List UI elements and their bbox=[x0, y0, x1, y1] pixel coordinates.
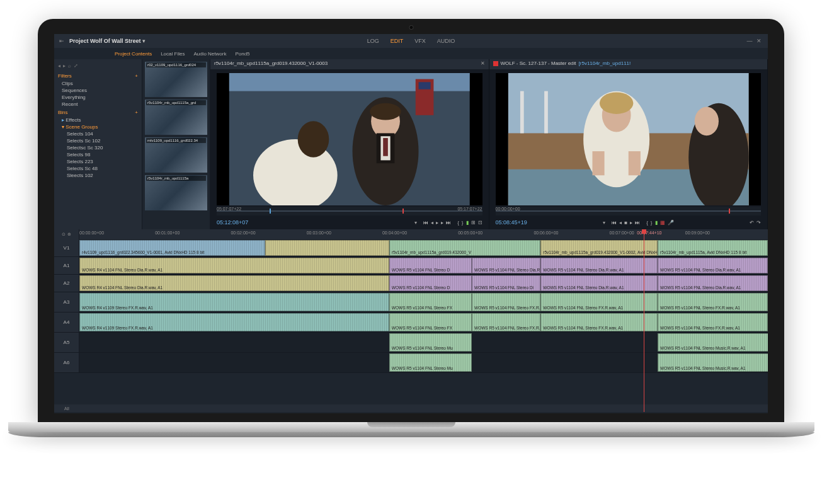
audio-icon[interactable]: 🎤 bbox=[668, 220, 674, 226]
mode-edit[interactable]: EDIT bbox=[391, 38, 404, 44]
sidebar-item-sequences[interactable]: Sequences bbox=[54, 87, 142, 94]
tab-local-files[interactable]: Local Files bbox=[161, 51, 185, 57]
source-scrubber[interactable]: 05:07:07+22 05:17:07+22 bbox=[217, 207, 482, 215]
mark-in-icon[interactable]: { bbox=[457, 220, 459, 226]
marker-icon[interactable]: ▮ bbox=[655, 220, 658, 226]
mode-audio[interactable]: AUDIO bbox=[437, 38, 455, 44]
clip-thumbnail[interactable]: r5v1104r_mb_upd1115a_grd bbox=[145, 100, 207, 135]
step-fwd-icon[interactable]: ▸ bbox=[441, 220, 443, 226]
timeline-ruler[interactable]: ⊙ ⊕ 00:07:44+10 00:00:00+0000:01:00+0000… bbox=[54, 229, 768, 239]
dropdown-icon[interactable]: ▾ bbox=[414, 220, 417, 226]
sidebar-tools: ◂ ▸ ⌕ ⤢ bbox=[54, 62, 142, 71]
timeline-clip[interactable]: WOWS R5 v1104 FNL Stereo Music.R.wav, A1 bbox=[658, 353, 768, 372]
goto-start-icon[interactable]: ⏮ bbox=[423, 220, 428, 226]
timeline-clip[interactable]: WOWS R4 v1104 FNL Stereo Dia.R.wav, A1 bbox=[79, 275, 389, 291]
play-icon[interactable]: ▸ bbox=[630, 220, 632, 226]
timeline-clip[interactable]: WOWS R5 v1104 FNL Stereo FX.R.wav, A1 bbox=[540, 313, 658, 331]
step-back-icon[interactable]: ◂ bbox=[619, 220, 622, 226]
timeline-clip[interactable]: WOWS R5 v1104 FNL Stereo FX.R.wav, A1 bbox=[540, 293, 658, 311]
tool-icon[interactable]: ▦ bbox=[660, 220, 665, 226]
mode-vfx[interactable]: VFX bbox=[414, 38, 426, 44]
search-icon[interactable]: ⌕ bbox=[68, 63, 71, 69]
undo-icon[interactable]: ↶ bbox=[750, 220, 754, 226]
timeline-tracks[interactable]: V1r4v1109_upd1116_grd022.345600_V1-0001,… bbox=[54, 239, 768, 404]
timeline-clip[interactable]: WOWS R5 v1104 FNL Stereo Music.R.wav, A1 bbox=[658, 333, 768, 352]
zoom-icon[interactable]: ⊕ bbox=[67, 232, 71, 237]
source-frame[interactable] bbox=[217, 73, 482, 205]
record-scrubber[interactable]: 00:00:00+00 bbox=[496, 207, 762, 215]
project-title[interactable]: Project Wolf Of Wall Street bbox=[69, 38, 141, 44]
mark-out-icon[interactable]: } bbox=[462, 220, 464, 226]
insert-icon[interactable]: ⊞ bbox=[471, 220, 476, 226]
tab-pond5[interactable]: Pond5 bbox=[235, 51, 249, 57]
timeline-clip[interactable]: WOWS R5 v1104 FNL Stereo Dia.R.wav, A1 bbox=[540, 258, 658, 273]
sidebar-item-selects-sc-48[interactable]: Selects Sc 48 bbox=[54, 165, 142, 172]
close-icon[interactable]: ✕ bbox=[481, 60, 485, 68]
timeline-clip[interactable]: WOWS R5 v1104 FNL Stereo D bbox=[389, 258, 472, 273]
sidebar-item-sleects-102[interactable]: Sleects 102 bbox=[54, 172, 142, 179]
sidebar-item-effects[interactable]: ▸ Effects bbox=[54, 117, 142, 123]
zoom-icon[interactable]: ⊙ bbox=[62, 232, 66, 237]
add-bin-icon[interactable]: + bbox=[135, 110, 138, 115]
dropdown-icon[interactable]: ▾ bbox=[142, 38, 146, 44]
expand-icon[interactable]: ⤢ bbox=[74, 63, 78, 69]
tab-project-contents[interactable]: Project Contents bbox=[115, 51, 152, 57]
goto-end-icon[interactable]: ⏭ bbox=[635, 220, 640, 226]
play-icon[interactable]: ▸ bbox=[436, 220, 438, 226]
export-icon[interactable]: ⇤ bbox=[59, 38, 66, 44]
add-filter-icon[interactable]: + bbox=[135, 73, 138, 79]
timeline-clip[interactable]: r5v1104r_mb_upd1115a_grd019.432000_V1-00… bbox=[540, 240, 658, 256]
timeline-clip[interactable]: WOWS R5 v1104 FNL Stereo Dia.R.wav, A1 bbox=[472, 258, 540, 273]
mark-out-icon[interactable]: } bbox=[651, 220, 653, 226]
sidebar-item-selects-223[interactable]: Selects 223 bbox=[54, 158, 142, 165]
tab-audio-network[interactable]: Audio Network bbox=[193, 51, 226, 57]
clip-thumbnail[interactable]: r02_v1109_upd1116_grd024 bbox=[145, 62, 207, 97]
timeline-clip[interactable]: WOWS R5 v1104 FNL Stereo FX.R.wav, A1 bbox=[472, 313, 540, 331]
timeline-clip[interactable] bbox=[265, 240, 389, 256]
timeline-clip[interactable]: WOWS R5 v1104 FNL Stereo FX bbox=[389, 313, 472, 331]
redo-icon[interactable]: ↷ bbox=[756, 220, 761, 226]
goto-end-icon[interactable]: ⏭ bbox=[446, 220, 451, 226]
sidebar-item-selects-104[interactable]: Selects 104 bbox=[54, 130, 142, 137]
timeline-clip[interactable]: WOWS R5 v1104 FNL Stereo Dia.R.wav, A1 bbox=[658, 275, 768, 291]
sidebar-item-everything[interactable]: Everything bbox=[54, 94, 142, 101]
timeline-clip[interactable]: WOWS R4 v1104 FNL Stereo Dia.R.wav, A1 bbox=[79, 258, 389, 273]
timeline-clip[interactable]: WOWS R5 v1104 FNL Stereo FX.R.wav, A1 bbox=[658, 293, 768, 311]
mark-in-icon[interactable]: { bbox=[646, 220, 648, 226]
mode-log[interactable]: LOG bbox=[367, 38, 379, 44]
overwrite-icon[interactable]: ⊡ bbox=[478, 220, 482, 226]
record-frame[interactable] bbox=[496, 73, 762, 205]
timeline-clip[interactable]: WOWS R5 v1104 FNL Stereo Dia.R.wav, A1 bbox=[658, 258, 768, 273]
timeline-clip[interactable]: WOWS R5 v1104 FNL Stereo Di bbox=[472, 275, 540, 291]
timeline-clip[interactable]: WOWS R4 v1109 Stereo FX.R.wav, A1 bbox=[79, 293, 389, 311]
timeline-clip[interactable]: WOWS R5 v1104 FNL Stereo Mu bbox=[389, 333, 472, 352]
goto-start-icon[interactable]: ⏮ bbox=[612, 220, 617, 226]
sidebar-item-selectsc-sc-320[interactable]: Selectsc Sc 320 bbox=[54, 144, 142, 151]
timeline-clip[interactable]: WOWS R5 v1104 FNL Stereo FX.R.wav, A1 bbox=[658, 313, 768, 331]
dropdown-icon[interactable]: ▾ bbox=[603, 220, 605, 226]
timeline-clip[interactable]: WOWS R4 v1109 Stereo FX.R.wav, A1 bbox=[79, 313, 389, 331]
sidebar-item-selects-98[interactable]: Selects 98 bbox=[54, 151, 142, 158]
step-back-icon[interactable]: ◂ bbox=[431, 220, 433, 226]
back-icon[interactable]: ◂ bbox=[58, 63, 60, 69]
marker-icon[interactable]: ▮ bbox=[466, 220, 469, 226]
timeline-clip[interactable]: r5v1104r_mb_upd1115a_grd019.432000_V bbox=[389, 240, 540, 256]
clip-label: WOWS R4 v1104 FNL Stereo Dia.R.wav, A1 bbox=[82, 268, 163, 272]
stop-icon[interactable]: ■ bbox=[624, 220, 627, 226]
window-buttons[interactable]: — ✕ bbox=[746, 38, 763, 44]
timeline-clip[interactable]: WOWS R5 v1104 FNL Stereo FX bbox=[389, 293, 472, 311]
sidebar-item-selects-sc-102[interactable]: Selects Sc 102 bbox=[54, 137, 142, 144]
timeline-clip[interactable]: WOWS R5 v1104 FNL Stereo FX.R.wav, A1 bbox=[472, 293, 540, 311]
clip-thumbnail[interactable]: r5v1104r_mb_upd1115a bbox=[145, 175, 207, 210]
timeline-clip[interactable]: WOWS R5 v1104 FNL Stereo Dia.R.wav, A1 bbox=[540, 275, 658, 291]
clip-thumbnail[interactable]: rnlv1109_upd1116_grd022.34 bbox=[145, 137, 207, 173]
sidebar-item-recent[interactable]: Recent bbox=[54, 101, 142, 108]
sidebar-item-scene-groups[interactable]: ▾ Scene Groups bbox=[54, 123, 142, 130]
timeline-clip[interactable]: r4v1109_upd1116_grd022.345600_V1-0001, A… bbox=[79, 240, 265, 256]
playhead[interactable] bbox=[644, 229, 644, 412]
sidebar-item-clips[interactable]: Clips bbox=[54, 80, 142, 87]
timeline-clip[interactable]: WOWS R5 v1104 FNL Stereo Mu bbox=[389, 353, 472, 372]
timeline-clip[interactable]: WOWS R5 v1104 FNL Stereo D bbox=[389, 275, 472, 291]
timeline-clip[interactable]: r5v1104r_mb_upd1115a, Avid DNxHD 115 8 b… bbox=[658, 240, 768, 256]
fwd-icon[interactable]: ▸ bbox=[63, 63, 66, 69]
